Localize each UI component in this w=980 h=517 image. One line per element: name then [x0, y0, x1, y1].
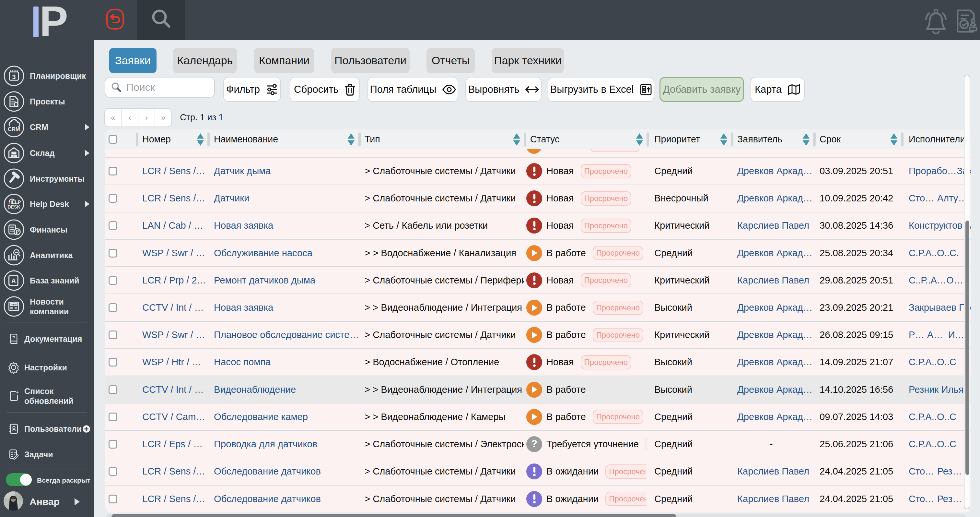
svg-text:3: 3	[12, 73, 16, 80]
svg-text:NEWS: NEWS	[10, 303, 18, 306]
svg-text:A: A	[11, 277, 16, 284]
svg-text:₽: ₽	[16, 229, 19, 235]
svg-text:HELP: HELP	[8, 199, 21, 205]
svg-text:?: ?	[12, 335, 15, 340]
svg-text:CRM: CRM	[8, 126, 20, 132]
svg-text:DESK: DESK	[8, 204, 21, 209]
